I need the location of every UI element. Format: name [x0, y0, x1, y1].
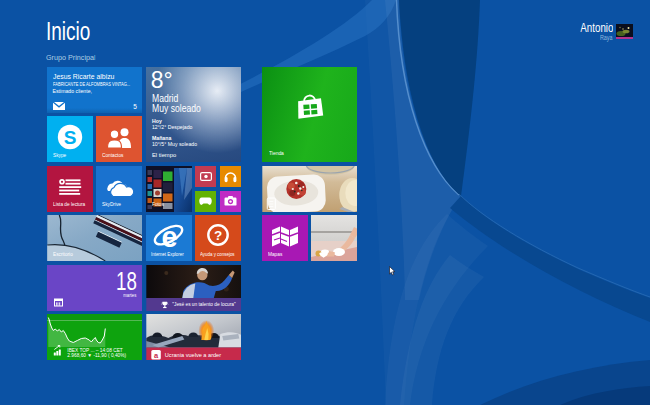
svg-text:S: S	[64, 126, 77, 147]
svg-text:"Jesé es un talento de locura": "Jesé es un talento de locura"	[172, 302, 236, 307]
svg-text:IBEX TOP ... – 14:08 CET: IBEX TOP ... – 14:08 CET	[67, 348, 123, 353]
svg-text:2.968,60 ▼ -11,90 ( 0,40%): 2.968,60 ▼ -11,90 ( 0,40%)	[67, 353, 126, 358]
svg-text:Ucrania vuelve a arder: Ucrania vuelve a arder	[165, 352, 221, 358]
svg-text:?: ?	[214, 228, 222, 243]
svg-text:e: e	[162, 221, 178, 252]
